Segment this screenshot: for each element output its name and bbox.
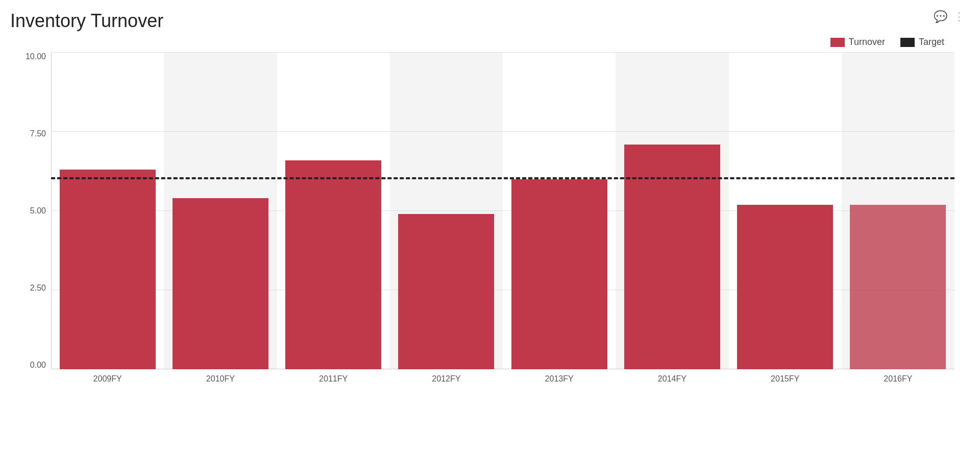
x-axis: 2009FY 2010FY 2011FY 2012FY 2013FY 2014F… — [51, 369, 954, 400]
bar-fg-2016 — [850, 205, 946, 369]
legend-color-target — [900, 38, 915, 47]
x-label-2009: 2009FY — [51, 369, 164, 400]
bar-fg-2011 — [285, 160, 381, 369]
legend-label-turnover: Turnover — [849, 37, 885, 47]
x-label-2015: 2015FY — [729, 369, 842, 400]
bars-wrapper — [51, 53, 954, 369]
chart-area: 10.00 7.50 5.00 2.50 0.00 — [10, 53, 965, 400]
x-label-2013: 2013FY — [503, 369, 616, 400]
bar-group-inner-2012 — [398, 53, 494, 369]
bar-fg-2012 — [398, 214, 494, 369]
legend-item-target: Target — [900, 37, 944, 47]
more-icon[interactable]: ⋮ — [953, 10, 965, 23]
y-label-7-5: 7.50 — [30, 130, 46, 138]
bar-group-inner-2013 — [511, 53, 607, 369]
y-label-0: 0.00 — [30, 361, 46, 369]
bar-group-2016 — [842, 53, 954, 369]
y-label-2-5: 2.50 — [30, 284, 46, 292]
bar-group-2013 — [503, 53, 616, 369]
bar-group-2014 — [616, 53, 728, 369]
legend: Turnover Target — [10, 37, 965, 47]
y-label-10: 10.00 — [26, 53, 46, 61]
bar-fg-2010 — [173, 198, 268, 369]
bar-group-inner-2009 — [60, 53, 156, 369]
y-axis: 10.00 7.50 5.00 2.50 0.00 — [10, 53, 51, 369]
bar-group-inner-2015 — [737, 53, 833, 369]
bar-group-inner-2011 — [285, 53, 381, 369]
y-label-5: 5.00 — [30, 207, 46, 215]
toolbar: 💬 ⋮ — [934, 10, 965, 23]
bar-group-inner-2014 — [624, 53, 720, 369]
legend-color-turnover — [830, 38, 845, 47]
comment-icon[interactable]: 💬 — [934, 10, 947, 23]
x-label-2014: 2014FY — [616, 369, 728, 400]
x-label-2010: 2010FY — [164, 369, 277, 400]
x-label-2012: 2012FY — [390, 369, 503, 400]
chart-container: Inventory Turnover 💬 ⋮ Turnover Target 1… — [0, 0, 980, 452]
bar-group-2010 — [164, 53, 277, 369]
x-label-2016: 2016FY — [842, 369, 954, 400]
target-line — [51, 177, 954, 179]
legend-label-target: Target — [919, 37, 944, 47]
bar-group-2009 — [51, 53, 164, 369]
bars-area — [51, 53, 954, 369]
chart-title: Inventory Turnover — [10, 10, 965, 32]
bar-fg-2013 — [511, 179, 607, 369]
bar-group-inner-2016 — [850, 53, 946, 369]
x-label-2011: 2011FY — [277, 369, 390, 400]
bar-group-2015 — [729, 53, 842, 369]
bar-fg-2009 — [60, 170, 156, 369]
bar-group-inner-2010 — [173, 53, 268, 369]
bar-group-2011 — [277, 53, 390, 369]
bar-group-2012 — [390, 53, 503, 369]
legend-item-turnover: Turnover — [830, 37, 885, 47]
bar-fg-2015 — [737, 205, 833, 369]
